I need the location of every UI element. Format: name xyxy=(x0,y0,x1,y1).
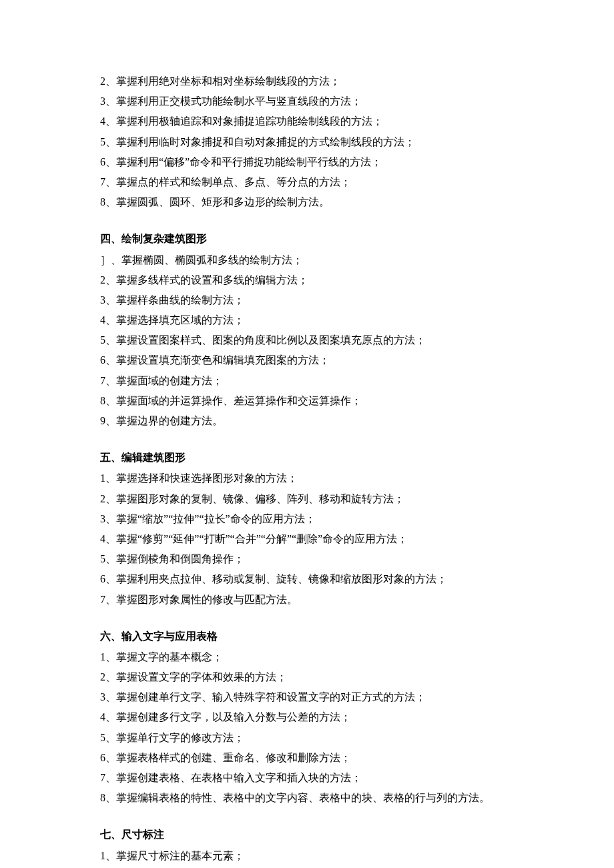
list-item: 9、掌握边界的创建方法。 xyxy=(100,412,514,430)
list-item: 5、掌握单行文字的修改方法； xyxy=(100,729,514,747)
list-item: 5、掌握设置图案样式、图案的角度和比例以及图案填充原点的方法； xyxy=(100,331,514,349)
list-item: 7、掌握面域的创建方法； xyxy=(100,372,514,390)
list-item: 8、掌握圆弧、圆环、矩形和多边形的绘制方法。 xyxy=(100,193,514,211)
list-item: 8、掌握编辑表格的特性、表格中的文字内容、表格中的块、表格的行与列的方法。 xyxy=(100,789,514,807)
section-7: 七、尺寸标注 1、掌握尺寸标注的基本元素； 2、掌握标注样式的创建方法； xyxy=(100,825,514,868)
list-item: 2、掌握设置文字的字体和效果的方法； xyxy=(100,668,514,686)
section-heading-4: 四、绘制复杂建筑图形 xyxy=(100,230,514,248)
section-6: 六、输入文字与应用表格 1、掌握文字的基本概念； 2、掌握设置文字的字体和效果的… xyxy=(100,627,514,807)
list-item: 3、掌握利用正交模式功能绘制水平与竖直线段的方法； xyxy=(100,92,514,110)
list-item: 6、掌握表格样式的创建、重命名、修改和删除方法； xyxy=(100,749,514,767)
list-item: 4、掌握创建多行文字，以及输入分数与公差的方法； xyxy=(100,708,514,726)
document-content: 2、掌握利用绝对坐标和相对坐标绘制线段的方法； 3、掌握利用正交模式功能绘制水平… xyxy=(100,72,514,868)
list-item: 6、掌握利用夹点拉伸、移动或复制、旋转、镜像和缩放图形对象的方法； xyxy=(100,570,514,588)
list-item: 3、掌握创建单行文字、输入特殊字符和设置文字的对正方式的方法； xyxy=(100,688,514,706)
list-item: 2、掌握利用绝对坐标和相对坐标绘制线段的方法； xyxy=(100,72,514,90)
list-item: 7、掌握创建表格、在表格中输入文字和插入块的方法； xyxy=(100,769,514,787)
list-item: 2、掌握图形对象的复制、镜像、偏移、阵列、移动和旋转方法； xyxy=(100,490,514,508)
list-item: 5、掌握倒棱角和倒圆角操作； xyxy=(100,550,514,568)
section-4: 四、绘制复杂建筑图形 ］、掌握椭圆、椭圆弧和多线的绘制方法； 2、掌握多线样式的… xyxy=(100,230,514,430)
section-continued: 2、掌握利用绝对坐标和相对坐标绘制线段的方法； 3、掌握利用正交模式功能绘制水平… xyxy=(100,72,514,211)
section-heading-5: 五、编辑建筑图形 xyxy=(100,448,514,466)
list-item: 1、掌握选择和快速选择图形对象的方法； xyxy=(100,469,514,487)
list-item: 5、掌握利用临时对象捕捉和自动对象捕捉的方式绘制线段的方法； xyxy=(100,133,514,151)
list-item: 1、掌握文字的基本概念； xyxy=(100,648,514,666)
list-item: 4、掌握利用极轴追踪和对象捕捉追踪功能绘制线段的方法； xyxy=(100,112,514,130)
list-item: 7、掌握图形对象属性的修改与匹配方法。 xyxy=(100,590,514,608)
list-item: 3、掌握“缩放”“拉伸”“拉长”命令的应用方法； xyxy=(100,510,514,528)
list-item: 4、掌握选择填充区域的方法； xyxy=(100,311,514,329)
list-item: 8、掌握面域的并运算操作、差运算操作和交运算操作； xyxy=(100,392,514,410)
list-item: 6、掌握利用“偏移”命令和平行捕捉功能绘制平行线的方法； xyxy=(100,153,514,171)
section-heading-7: 七、尺寸标注 xyxy=(100,825,514,843)
list-item: ］、掌握椭圆、椭圆弧和多线的绘制方法； xyxy=(100,251,514,269)
list-item: 2、掌握多线样式的设置和多线的编辑方法； xyxy=(100,271,514,289)
list-item: 7、掌握点的样式和绘制单点、多点、等分点的方法； xyxy=(100,173,514,191)
list-item: 1、掌握尺寸标注的基本元素； xyxy=(100,847,514,865)
section-5: 五、编辑建筑图形 1、掌握选择和快速选择图形对象的方法； 2、掌握图形对象的复制… xyxy=(100,448,514,608)
list-item: 4、掌握“修剪”“延伸”“打断”“合并”“分解”“删除”命令的应用方法； xyxy=(100,530,514,548)
section-heading-6: 六、输入文字与应用表格 xyxy=(100,627,514,645)
list-item: 3、掌握样条曲线的绘制方法； xyxy=(100,291,514,309)
list-item: 6、掌握设置填充渐变色和编辑填充图案的方法； xyxy=(100,351,514,369)
